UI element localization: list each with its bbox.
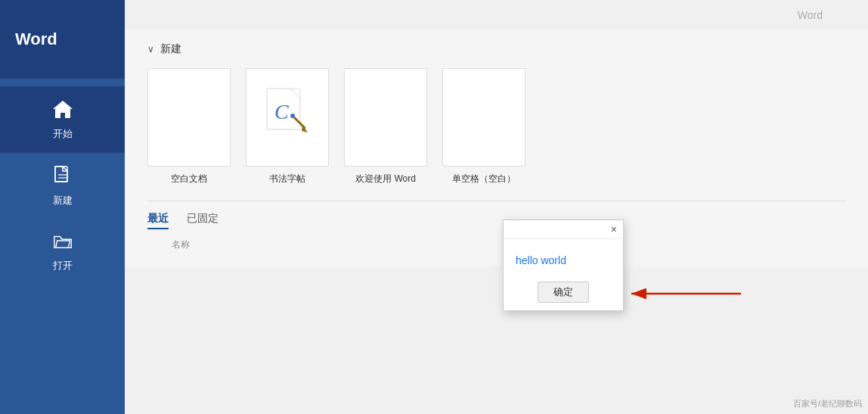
templates-row: 空白文档 C 书法字帖 [147, 68, 845, 185]
template-single-space-label: 单空格（空白） [452, 173, 516, 185]
tab-recent[interactable]: 最近 [147, 212, 169, 229]
sidebar-item-home-label: 开始 [53, 127, 73, 141]
template-welcome-thumb [344, 68, 427, 167]
dialog-message: hello world [504, 239, 623, 275]
open-icon [52, 232, 73, 254]
content-area: ∨ 新建 空白文档 C [125, 30, 868, 266]
template-calligraphy[interactable]: C 书法字帖 [246, 68, 329, 185]
dialog-close-button[interactable]: × [609, 223, 618, 235]
sidebar-item-home[interactable]: 开始 [0, 86, 125, 153]
section-divider [147, 201, 845, 201]
sidebar-nav: 开始 新建 [0, 79, 125, 285]
chevron-icon: ∨ [147, 44, 154, 54]
sidebar-item-open-label: 打开 [53, 259, 73, 272]
home-icon [51, 98, 74, 123]
sidebar-header: Word [0, 0, 125, 79]
name-column-header: 名称 [172, 238, 190, 251]
main-content: Word ∨ 新建 空白文档 [125, 0, 868, 414]
new-section-title: 新建 [160, 42, 181, 56]
template-calligraphy-label: 书法字帖 [269, 173, 305, 185]
sidebar-item-new-label: 新建 [53, 194, 73, 207]
template-single-space-thumb [442, 68, 525, 167]
red-arrow [624, 279, 745, 309]
svg-text:C: C [274, 100, 289, 123]
recent-tabs: 最近 已固定 [147, 212, 845, 229]
template-blank-label: 空白文档 [171, 173, 207, 185]
sidebar: Word 开始 新建 [0, 0, 125, 414]
app-title: Word [15, 30, 57, 49]
file-list-header: 名称 [147, 235, 845, 254]
dialog-title-bar: × [504, 220, 623, 239]
template-calligraphy-thumb: C [246, 68, 329, 167]
new-icon [52, 165, 73, 189]
sidebar-item-open[interactable]: 打开 [0, 219, 125, 285]
template-blank[interactable]: 空白文档 [147, 68, 231, 185]
watermark: 百家号/老纪聊数码 [793, 398, 862, 409]
app-name-top: Word [798, 9, 823, 21]
dialog-ok-button[interactable]: 确定 [538, 282, 589, 303]
new-section-header: ∨ 新建 [147, 42, 845, 56]
sidebar-item-new[interactable]: 新建 [0, 153, 125, 219]
tab-pinned[interactable]: 已固定 [187, 212, 219, 229]
top-bar: Word [125, 0, 868, 30]
template-blank-thumb [147, 68, 231, 167]
dialog-footer: 确定 [504, 275, 623, 310]
template-welcome-label: 欢迎使用 Word [355, 173, 416, 185]
svg-point-6 [290, 114, 295, 118]
dialog-box: × hello world 确定 [503, 219, 624, 311]
template-welcome[interactable]: 欢迎使用 Word [344, 68, 427, 185]
template-single-space[interactable]: 单空格（空白） [442, 68, 525, 185]
